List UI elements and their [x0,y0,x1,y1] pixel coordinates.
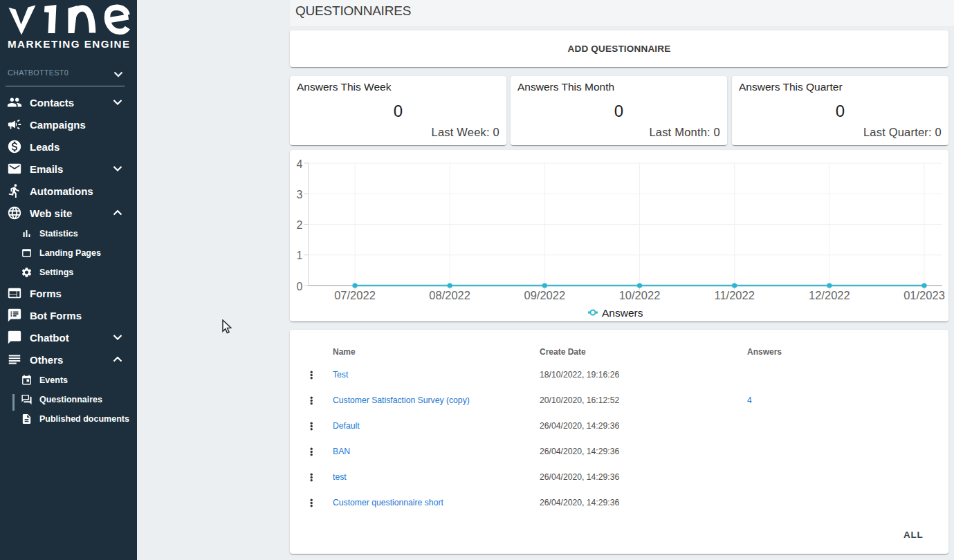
svg-text:2: 2 [297,219,303,231]
svg-text:Answers: Answers [602,307,643,319]
svg-text:0: 0 [297,281,303,292]
svg-text:11/2022: 11/2022 [714,289,754,301]
svg-text:01/2023: 01/2023 [903,289,945,301]
svg-text:12/2022: 12/2022 [809,289,850,301]
svg-text:4: 4 [297,158,303,170]
svg-text:10/2022: 10/2022 [619,289,661,301]
svg-text:07/2022: 07/2022 [334,289,376,301]
svg-text:1: 1 [297,250,303,261]
svg-text:09/2022: 09/2022 [524,289,566,301]
svg-text:08/2022: 08/2022 [429,289,470,301]
svg-text:3: 3 [297,189,303,200]
